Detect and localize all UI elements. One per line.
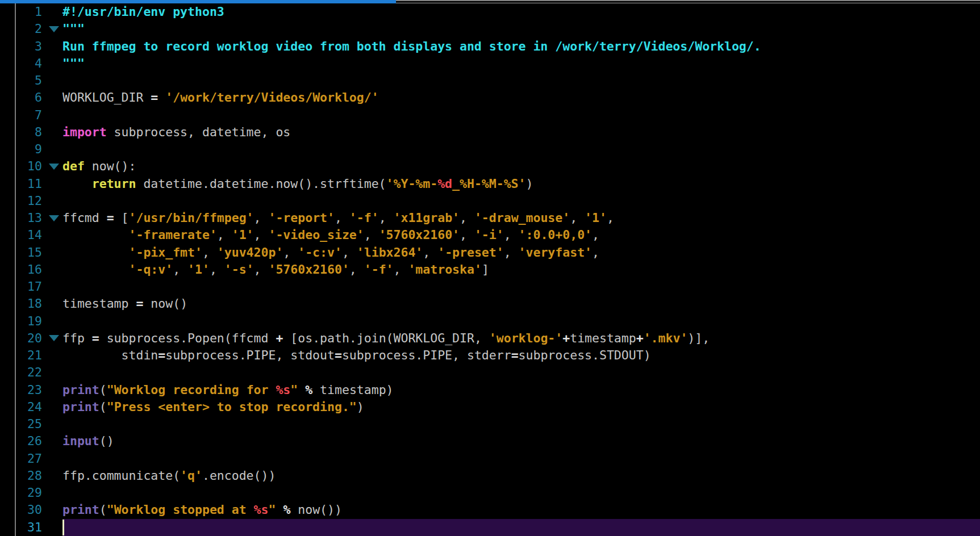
line-number: 29	[16, 484, 45, 501]
code-line-text[interactable]	[62, 192, 980, 210]
fold-marker-column	[45, 124, 62, 141]
code-line: 17	[0, 278, 980, 295]
fold-arrow-icon[interactable]	[49, 335, 59, 341]
code-token	[298, 383, 305, 397]
fold-marker-column	[45, 55, 62, 72]
code-line-text[interactable]: ffp.communicate('q'.encode())	[62, 467, 980, 484]
code-line: 12	[0, 192, 980, 210]
editor-left-margin	[0, 141, 16, 158]
fold-marker-column	[45, 3, 62, 20]
code-line-text[interactable]	[62, 519, 980, 536]
code-line-text[interactable]: WORKLOG_DIR = '/work/terry/Videos/Worklo…	[62, 89, 980, 106]
editor-left-margin	[0, 20, 16, 37]
code-line-text[interactable]: ffp = subprocess.Popen(ffcmd + [os.path.…	[62, 330, 980, 347]
code-line-text[interactable]: '-q:v', '1', '-s', '5760x2160', '-f', 'm…	[62, 261, 980, 278]
code-line-text[interactable]: print("Worklog stopped at %s" % now())	[62, 501, 980, 518]
code-line: 2"""	[0, 20, 980, 37]
fold-marker-column	[45, 399, 62, 416]
editor-left-margin	[0, 192, 16, 210]
line-number: 31	[16, 519, 45, 536]
fold-arrow-icon[interactable]	[49, 164, 59, 170]
code-token: '-f'	[364, 262, 394, 277]
fold-arrow-icon[interactable]	[49, 215, 59, 221]
code-line-text[interactable]: return datetime.datetime.now().strftime(…	[62, 175, 980, 192]
editor-left-margin	[0, 55, 16, 72]
code-area[interactable]: 1#!/usr/bin/env python32"""3Run ffmpeg t…	[0, 3, 980, 536]
line-number: 17	[16, 278, 45, 295]
code-token: )],	[687, 331, 710, 345]
code-token: subprocess.PIPE, stdout	[165, 348, 335, 362]
code-token: )	[526, 177, 533, 191]
line-number: 26	[16, 433, 45, 450]
code-line: 19	[0, 313, 980, 330]
code-line-text[interactable]: ffcmd = ['/usr/bin/ffmpeg', '-report', '…	[62, 210, 980, 227]
code-line-text[interactable]: print("Worklog recording for %s" % times…	[62, 382, 980, 399]
fold-marker-column	[45, 347, 62, 364]
code-token: ffcmd	[62, 211, 107, 225]
code-token: #!/usr/bin/env python3	[62, 5, 224, 19]
fold-arrow-icon[interactable]	[49, 26, 59, 32]
code-token: 'x11grab'	[394, 211, 460, 225]
code-token: timestamp	[62, 296, 136, 311]
editor-left-margin	[0, 330, 16, 347]
code-line-text[interactable]	[62, 416, 980, 433]
code-line-text[interactable]	[62, 278, 980, 295]
code-token: ,	[283, 245, 298, 259]
code-token: '-s'	[224, 262, 254, 277]
code-line-text[interactable]	[62, 364, 980, 381]
code-line-text[interactable]	[62, 450, 980, 467]
line-number: 2	[16, 20, 45, 37]
code-token: '1'	[187, 262, 210, 277]
code-line-text[interactable]	[62, 313, 980, 330]
fold-marker-column	[45, 107, 62, 124]
code-token: ,	[335, 211, 349, 225]
code-line-text[interactable]: """	[62, 20, 980, 37]
code-token	[62, 262, 129, 277]
code-line-text[interactable]: print("Press <enter> to stop recording."…	[62, 399, 980, 416]
code-token	[158, 90, 165, 104]
code-line-text[interactable]: """	[62, 55, 980, 72]
code-line-text[interactable]: #!/usr/bin/env python3	[62, 3, 980, 20]
code-line-text[interactable]: input()	[62, 433, 980, 450]
code-line-text[interactable]: Run ffmpeg to record worklog video from …	[62, 38, 980, 55]
editor-left-margin	[0, 38, 16, 55]
code-line: 14 '-framerate', '1', '-video_size', '57…	[0, 227, 980, 244]
editor-left-margin	[0, 519, 16, 536]
code-token: subprocess, datetime, os	[107, 125, 291, 139]
code-token: ,	[173, 262, 187, 277]
code-line: 16 '-q:v', '1', '-s', '5760x2160', '-f',…	[0, 261, 980, 278]
code-token: (	[99, 503, 107, 517]
code-line-text[interactable]: '-framerate', '1', '-video_size', '5760x…	[62, 227, 980, 244]
fold-marker-column	[45, 330, 62, 347]
code-line: 7	[0, 107, 980, 124]
code-line-text[interactable]: timestamp = now()	[62, 295, 980, 312]
editor-left-margin	[0, 227, 16, 244]
line-number: 11	[16, 175, 45, 192]
code-token: ,	[364, 228, 379, 242]
code-line-text[interactable]	[62, 107, 980, 124]
code-line-text[interactable]	[62, 141, 980, 158]
code-token: subprocess.PIPE, stderr	[342, 348, 511, 362]
code-token: '.mkv'	[644, 331, 688, 345]
code-token: def	[62, 159, 85, 173]
code-line-text[interactable]: def now():	[62, 158, 980, 175]
code-token: '-q:v'	[129, 262, 173, 277]
code-line: 3Run ffmpeg to record worklog video from…	[0, 38, 980, 55]
code-token: ,	[349, 262, 364, 277]
code-line: 11 return datetime.datetime.now().strfti…	[0, 175, 980, 192]
code-token: return	[92, 177, 136, 191]
code-line-text[interactable]: import subprocess, datetime, os	[62, 124, 980, 141]
code-token: now():	[85, 159, 136, 173]
code-token: =	[511, 348, 519, 362]
editor-left-margin	[0, 364, 16, 381]
code-line-text[interactable]: stdin=subprocess.PIPE, stdout=subprocess…	[62, 347, 980, 364]
code-token: print	[62, 383, 99, 397]
code-line: 20ffp = subprocess.Popen(ffcmd + [os.pat…	[0, 330, 980, 347]
code-line-text[interactable]: '-pix_fmt', 'yuv420p', '-c:v', 'libx264'…	[62, 244, 980, 261]
code-line-text[interactable]	[62, 484, 980, 501]
line-number: 23	[16, 382, 45, 399]
fold-marker-column	[45, 364, 62, 381]
code-line-text[interactable]	[62, 72, 980, 89]
code-token: "	[268, 503, 276, 517]
code-line: 4"""	[0, 55, 980, 72]
